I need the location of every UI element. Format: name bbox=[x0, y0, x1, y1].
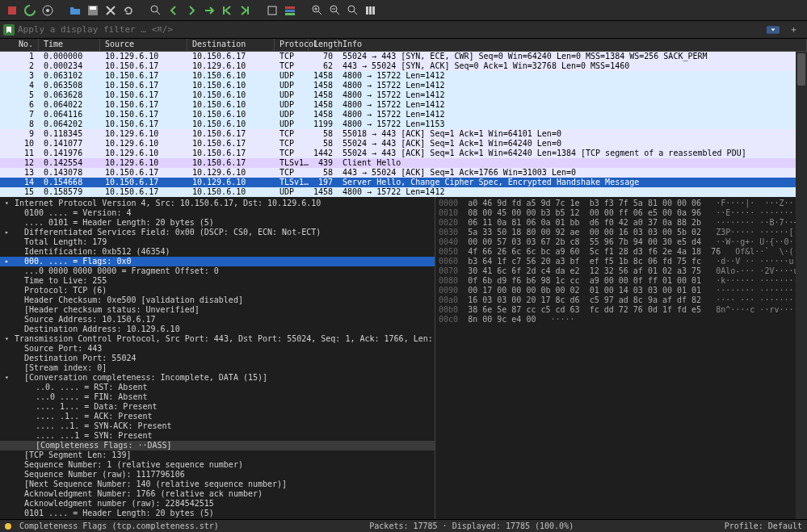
tree-node[interactable]: ..0. .... = RST: Absent bbox=[0, 383, 435, 392]
scroll-thumb[interactable] bbox=[797, 53, 805, 86]
tree-node[interactable]: 000. .... = Flags: 0x0 bbox=[0, 257, 435, 266]
svg-point-5 bbox=[151, 6, 158, 12]
packet-row[interactable]: 40.06350810.150.6.1710.150.6.10UDP145848… bbox=[0, 81, 807, 90]
column-destination[interactable]: Destination bbox=[187, 39, 275, 51]
column-no[interactable]: No. bbox=[0, 39, 39, 51]
zoom-reset-icon[interactable] bbox=[346, 3, 360, 18]
hex-line[interactable]: 0050 4f 66 26 6c 6c bc a9 60 5c f1 28 d3… bbox=[439, 247, 804, 257]
hex-line[interactable]: 0020 06 11 0a 81 06 0a 01 bb d6 f0 42 a0… bbox=[439, 218, 804, 228]
tree-node[interactable]: [Header checksum status: Unverified] bbox=[0, 305, 435, 315]
tree-node[interactable]: [Stream index: 0] bbox=[0, 363, 435, 373]
tree-node[interactable]: Time to Live: 255 bbox=[0, 276, 435, 286]
stop-capture-icon[interactable] bbox=[5, 3, 19, 18]
reload-icon[interactable] bbox=[121, 3, 136, 18]
expert-info-icon[interactable] bbox=[5, 523, 11, 530]
tree-node[interactable]: [TCP Segment Len: 139] bbox=[0, 450, 435, 460]
hex-line[interactable]: 0070 30 41 6c 6f 2d c4 da e2 12 32 56 af… bbox=[439, 266, 804, 276]
tree-node[interactable]: Destination Port: 55024 bbox=[0, 354, 435, 363]
tree-node[interactable]: ...0 0000 0000 0000 = Fragment Offset: 0 bbox=[0, 266, 435, 276]
hex-line[interactable]: 0000 a0 46 9d fd a5 9d 7c 1e b3 f3 7f 5a… bbox=[439, 199, 804, 208]
hex-line[interactable]: 0080 0f 6b d9 f6 b6 98 1c cc a9 00 00 0f… bbox=[439, 276, 804, 286]
packet-row[interactable]: 70.06411610.150.6.1710.150.6.10UDP145848… bbox=[0, 110, 807, 119]
packet-row[interactable]: 150.15857910.150.6.1710.150.6.10UDP14584… bbox=[0, 187, 807, 197]
tree-node[interactable]: 0100 .... = Version: 4 bbox=[0, 208, 435, 218]
hex-line[interactable]: 0060 b3 64 1f c7 56 20 a3 bf ef f5 1b 8c… bbox=[439, 257, 804, 266]
open-file-icon[interactable] bbox=[68, 3, 82, 18]
column-length[interactable]: Length bbox=[309, 39, 338, 51]
packet-bytes-pane[interactable]: 0000 a0 46 9d fd a5 9d 7c 1e b3 f3 7f 5a… bbox=[435, 197, 807, 519]
find-icon[interactable] bbox=[149, 3, 163, 18]
tree-node[interactable]: Header Checksum: 0xe500 [validation disa… bbox=[0, 295, 435, 305]
filter-add-icon[interactable]: ＋ bbox=[786, 23, 801, 37]
tree-node[interactable]: Acknowledgment Number: 1766 (relative ac… bbox=[0, 489, 435, 499]
column-source[interactable]: Source bbox=[100, 39, 187, 51]
packet-row[interactable]: 20.00023410.150.6.1710.129.6.10TCP62443 … bbox=[0, 61, 807, 71]
first-packet-icon[interactable] bbox=[220, 3, 234, 18]
vertical-scrollbar[interactable] bbox=[796, 52, 807, 519]
packet-row[interactable]: 80.06420210.150.6.1710.150.6.10UDP119948… bbox=[0, 119, 807, 129]
tree-node[interactable]: Total Length: 179 bbox=[0, 237, 435, 247]
zoom-in-icon[interactable] bbox=[310, 3, 325, 18]
go-back-icon[interactable] bbox=[166, 3, 181, 18]
tree-node[interactable]: .... .1.. = ACK: Present bbox=[0, 412, 435, 421]
filter-dropdown-icon[interactable] bbox=[763, 23, 783, 37]
packet-row[interactable]: 90.11834510.129.6.1010.150.6.17TCP585501… bbox=[0, 129, 807, 139]
restart-capture-icon[interactable] bbox=[23, 3, 37, 18]
hex-line[interactable]: 00b0 38 6e 5e 87 cc c5 cd 63 fc dd 72 76… bbox=[439, 305, 804, 315]
tree-node[interactable]: 0101 .... = Header Length: 20 bytes (5) bbox=[0, 509, 435, 518]
tree-node[interactable]: Differentiated Services Field: 0x00 (DSC… bbox=[0, 228, 435, 237]
packet-row[interactable]: 30.06310210.150.6.1710.150.6.10UDP145848… bbox=[0, 71, 807, 81]
display-filter-input[interactable] bbox=[18, 24, 763, 35]
tree-node[interactable]: .... 1... = Data: Present bbox=[0, 402, 435, 412]
packet-row[interactable]: 60.06402210.150.6.1710.150.6.10UDP145848… bbox=[0, 100, 807, 110]
options-icon[interactable] bbox=[40, 3, 55, 18]
tree-node[interactable]: Sequence Number: 1 (relative sequence nu… bbox=[0, 460, 435, 470]
tree-node[interactable]: [Next Sequence Number: 140 (relative seq… bbox=[0, 480, 435, 489]
column-time[interactable]: Time bbox=[39, 39, 100, 51]
tree-node[interactable]: .... ..1. = SYN-ACK: Present bbox=[0, 421, 435, 431]
packet-row[interactable]: 110.14197610.129.6.1010.150.6.17TCP14425… bbox=[0, 149, 807, 158]
resize-columns-icon[interactable] bbox=[364, 3, 378, 18]
tree-node[interactable]: Transmission Control Protocol, Src Port:… bbox=[0, 334, 435, 344]
auto-scroll-icon[interactable] bbox=[265, 3, 280, 18]
tree-node[interactable]: ...0 .... = FIN: Absent bbox=[0, 392, 435, 402]
tree-node[interactable]: .... 0101 = Header Length: 20 bytes (5) bbox=[0, 218, 435, 228]
go-forward-icon[interactable] bbox=[184, 3, 199, 18]
tree-node[interactable]: Source Port: 443 bbox=[0, 344, 435, 354]
tree-node[interactable]: Internet Protocol Version 4, Src: 10.150… bbox=[0, 199, 435, 208]
close-file-icon[interactable] bbox=[103, 3, 118, 18]
colorize-icon[interactable] bbox=[283, 3, 297, 18]
hex-line[interactable]: 0010 08 00 45 00 00 b3 b5 12 00 00 ff 06… bbox=[439, 208, 804, 218]
tree-node[interactable]: Acknowledgment number (raw): 2284542515 bbox=[0, 499, 435, 509]
packet-details-pane[interactable]: Internet Protocol Version 4, Src: 10.150… bbox=[0, 197, 435, 519]
column-protocol[interactable]: Protocol bbox=[275, 39, 309, 51]
packet-row[interactable]: 10.00000010.129.6.1010.150.6.17TCP705502… bbox=[0, 52, 807, 61]
status-profile[interactable]: Profile: Default bbox=[725, 522, 802, 530]
hex-line[interactable]: 00c0 8n 00 9c e4 00 ····· bbox=[439, 315, 804, 325]
last-packet-icon[interactable] bbox=[237, 3, 252, 18]
tree-node[interactable]: .... ...1 = SYN: Present bbox=[0, 431, 435, 441]
hex-line[interactable]: 0030 5a 33 50 18 80 00 92 ae 00 00 16 03… bbox=[439, 228, 804, 237]
packet-list-body[interactable]: 10.00000010.129.6.1010.150.6.17TCP705502… bbox=[0, 52, 807, 197]
go-to-icon[interactable] bbox=[202, 3, 216, 18]
bookmark-filter-icon[interactable] bbox=[3, 24, 15, 36]
tree-node[interactable]: [Completeness Flags: ··DASS] bbox=[0, 441, 435, 450]
hex-line[interactable]: 0090 00 17 00 00 00 0b 00 02 01 00 14 03… bbox=[439, 286, 804, 295]
tree-node[interactable]: Source Address: 10.150.6.17 bbox=[0, 315, 435, 325]
packet-list-header: No. Time Source Destination Protocol Len… bbox=[0, 39, 807, 52]
save-file-icon[interactable] bbox=[86, 3, 100, 18]
tree-node[interactable]: Sequence Number (raw): 1117796106 bbox=[0, 470, 435, 480]
packet-row[interactable]: 120.14255410.129.6.1010.150.6.17TLSv1…43… bbox=[0, 158, 807, 168]
tree-node[interactable]: [Conversation completeness: Incomplete, … bbox=[0, 373, 435, 383]
packet-row[interactable]: 130.14307810.150.6.1710.129.6.10TCP58443… bbox=[0, 168, 807, 178]
column-info[interactable]: Info bbox=[338, 39, 807, 51]
zoom-out-icon[interactable] bbox=[328, 3, 343, 18]
tree-node[interactable]: Identification: 0xb512 (46354) bbox=[0, 247, 435, 257]
packet-row[interactable]: 140.15466810.150.6.1710.129.6.10TLSv1…19… bbox=[0, 178, 807, 187]
tree-node[interactable]: Protocol: TCP (6) bbox=[0, 286, 435, 295]
hex-line[interactable]: 0040 00 00 57 03 03 67 2b c8 55 96 7b 94… bbox=[439, 237, 804, 247]
hex-line[interactable]: 00a0 16 03 03 00 20 17 8c d6 c5 97 ad 8c… bbox=[439, 295, 804, 305]
packet-row[interactable]: 100.14107710.129.6.1010.150.6.17TCP58550… bbox=[0, 139, 807, 149]
packet-row[interactable]: 50.06362810.150.6.1710.150.6.10UDP145848… bbox=[0, 90, 807, 100]
tree-node[interactable]: Destination Address: 10.129.6.10 bbox=[0, 325, 435, 334]
